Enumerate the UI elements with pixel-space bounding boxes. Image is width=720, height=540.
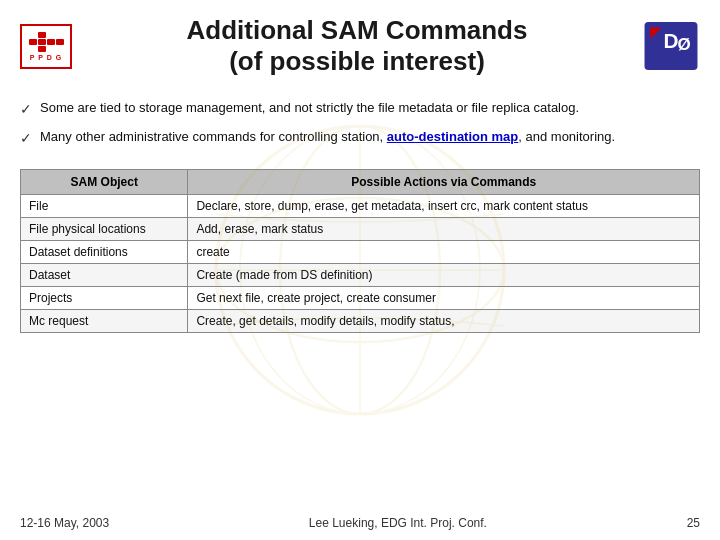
table-row: File physical locationsAdd, erase, mark … [21, 217, 700, 240]
table-cell-object: Dataset definitions [21, 240, 188, 263]
table-cell-actions: Create, get details, modify details, mod… [188, 309, 700, 332]
footer: 12-16 May, 2003 Lee Lueking, EDG Int. Pr… [0, 516, 720, 530]
table-cell-object: Mc request [21, 309, 188, 332]
footer-date: 12-16 May, 2003 [20, 516, 109, 530]
sam-commands-table: SAM Object Possible Actions via Commands… [20, 169, 700, 333]
svg-text:D: D [663, 30, 678, 53]
header: P P D G Additional SAM Commands (of poss… [0, 0, 720, 87]
do-logo: D Ø [642, 20, 700, 72]
svg-text:Ø: Ø [678, 35, 691, 54]
slide-title: Additional SAM Commands (of possible int… [72, 15, 642, 77]
title-line1: Additional SAM Commands [72, 15, 642, 46]
title-line2: (of possible interest) [72, 46, 642, 77]
bullet-2-prefix: Many other administrative commands for c… [40, 129, 387, 144]
table-row: Mc requestCreate, get details, modify de… [21, 309, 700, 332]
table-cell-object: File [21, 194, 188, 217]
sam-table-container: SAM Object Possible Actions via Commands… [0, 169, 720, 333]
bullet-section: ✓ Some are tied to storage management, a… [0, 87, 720, 164]
bullet-text-2: Many other administrative commands for c… [40, 128, 615, 146]
ppdg-logo: P P D G [20, 24, 72, 69]
table-row: FileDeclare, store, dump, erase, get met… [21, 194, 700, 217]
table-cell-actions: Declare, store, dump, erase, get metadat… [188, 194, 700, 217]
table-row: Dataset definitionscreate [21, 240, 700, 263]
table-cell-object: Dataset [21, 263, 188, 286]
footer-conference: Lee Lueking, EDG Int. Proj. Conf. [309, 516, 487, 530]
footer-page: 25 [687, 516, 700, 530]
col-header-object: SAM Object [21, 169, 188, 194]
bullet-2: ✓ Many other administrative commands for… [20, 128, 700, 149]
table-cell-actions: Add, erase, mark status [188, 217, 700, 240]
table-cell-actions: create [188, 240, 700, 263]
table-cell-actions: Get next file, create project, create co… [188, 286, 700, 309]
checkmark-1: ✓ [20, 100, 32, 120]
col-header-actions: Possible Actions via Commands [188, 169, 700, 194]
bullet-2-suffix: , and monitoring. [518, 129, 615, 144]
table-header-row: SAM Object Possible Actions via Commands [21, 169, 700, 194]
table-cell-object: File physical locations [21, 217, 188, 240]
bullet-1: ✓ Some are tied to storage management, a… [20, 99, 700, 120]
checkmark-2: ✓ [20, 129, 32, 149]
auto-destination-link[interactable]: auto-destination map [387, 129, 518, 144]
table-row: ProjectsGet next file, create project, c… [21, 286, 700, 309]
bullet-text-1: Some are tied to storage management, and… [40, 99, 579, 117]
table-row: DatasetCreate (made from DS definition) [21, 263, 700, 286]
table-cell-object: Projects [21, 286, 188, 309]
table-cell-actions: Create (made from DS definition) [188, 263, 700, 286]
